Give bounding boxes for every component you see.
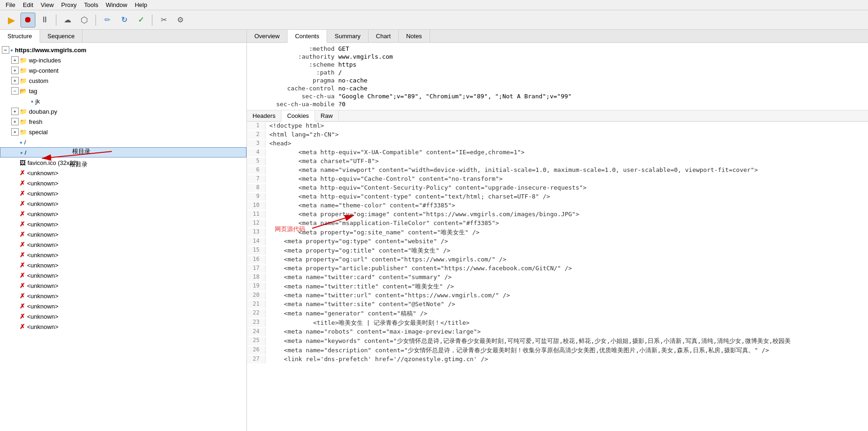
tree-node-unknown-16[interactable]: ✗ <unknown>: [0, 322, 246, 332]
tree-node-wp-content[interactable]: + 📁 wp-content: [0, 65, 246, 75]
error-icon-3: ✗: [20, 190, 25, 197]
menu-proxy[interactable]: Proxy: [57, 0, 80, 9]
tree-node-jk[interactable]: ● jk: [0, 96, 246, 106]
line-number-18: 18: [247, 274, 266, 281]
tree-node-unknown-15[interactable]: ✗ <unknown>: [0, 311, 246, 322]
error-icon-16: ✗: [20, 323, 25, 330]
tab-chart[interactable]: Chart: [369, 30, 399, 42]
tree-label-fresh: fresh: [29, 118, 42, 125]
line-number-26: 26: [247, 346, 266, 355]
line-number-11: 11: [247, 211, 266, 219]
tree-node-unknown-4[interactable]: ✗ <unknown>: [0, 198, 246, 209]
tree-area[interactable]: − ● https://www.vmgirls.com + 📁 wp-inclu…: [0, 43, 246, 431]
tree-label-unknown-1: <unknown>: [27, 170, 58, 177]
header-row-pragma: pragma no-cache: [247, 76, 868, 84]
tree-node-unknown-10[interactable]: ✗ <unknown>: [0, 260, 246, 270]
expand-root[interactable]: −: [2, 46, 9, 54]
tree-label-special: special: [29, 129, 48, 136]
tree-node-douban[interactable]: + 📁 douban.py: [0, 106, 246, 116]
tree-node-unknown-12[interactable]: ✗ <unknown>: [0, 280, 246, 291]
tree-label-wp-includes: wp-includes: [29, 57, 61, 64]
tree-node-unknown-1[interactable]: ✗ <unknown>: [0, 168, 246, 178]
tree-label-slash1: /: [24, 139, 26, 146]
tree-node-slash1[interactable]: ● /: [0, 137, 246, 147]
menu-help[interactable]: Help: [131, 0, 151, 9]
tab-notes[interactable]: Notes: [399, 30, 430, 42]
header-key-cache-control: cache-control: [254, 85, 338, 92]
cloud-button[interactable]: ☁: [60, 13, 75, 27]
menu-view[interactable]: View: [37, 0, 57, 9]
line-content-5: <meta charset="UTF-8">: [266, 157, 379, 165]
refresh-button[interactable]: ↻: [116, 13, 131, 27]
error-icon-10: ✗: [20, 261, 25, 269]
record-button[interactable]: ⏺: [21, 13, 35, 27]
menu-edit[interactable]: Edit: [19, 0, 37, 9]
tree-node-unknown-5[interactable]: ✗ <unknown>: [0, 209, 246, 219]
sub-tab-cookies[interactable]: Cookies: [281, 110, 315, 122]
expand-custom[interactable]: +: [11, 77, 19, 84]
tree-node-unknown-3[interactable]: ✗ <unknown>: [0, 188, 246, 198]
menu-window[interactable]: Window: [102, 0, 131, 9]
tree-node-special[interactable]: + 📁 special: [0, 127, 246, 137]
tree-node-fresh[interactable]: + 📁 fresh: [0, 116, 246, 127]
settings-button[interactable]: ⚙: [173, 13, 188, 27]
header-key-scheme: :scheme: [254, 61, 338, 68]
tree-node-unknown-14[interactable]: ✗ <unknown>: [0, 301, 246, 311]
start-button[interactable]: ▶: [4, 13, 19, 27]
expand-douban[interactable]: +: [11, 108, 19, 115]
folder-icon-douban: 📁: [20, 108, 27, 115]
tab-overview[interactable]: Overview: [247, 30, 287, 42]
sub-tab-headers[interactable]: Headers: [247, 110, 281, 121]
line-content-27: <link rel='dns-prefetch' href='//qzonest…: [266, 356, 488, 363]
tree-node-unknown-2[interactable]: ✗ <unknown>: [0, 178, 246, 188]
expand-fresh[interactable]: +: [11, 118, 19, 125]
tab-summary[interactable]: Summary: [327, 30, 369, 42]
code-area[interactable]: 1<!doctype html>2<html lang="zh-CN">3<he…: [247, 122, 868, 431]
code-line-7: 7 <meta http-equiv="Cache-Control" conte…: [247, 175, 868, 184]
expand-special[interactable]: +: [11, 128, 19, 136]
line-number-13: 13: [247, 228, 266, 237]
tree-node-unknown-6[interactable]: ✗ <unknown>: [0, 219, 246, 229]
header-row-cache-control: cache-control no-cache: [247, 84, 868, 92]
tree-node-unknown-9[interactable]: ✗ <unknown>: [0, 250, 246, 260]
tab-sequence[interactable]: Sequence: [40, 30, 83, 42]
check-button[interactable]: ✓: [133, 13, 148, 27]
code-line-10: 10 <meta name="theme-color" content="#ff…: [247, 201, 868, 210]
tree-node-custom[interactable]: + 📁 custom: [0, 75, 246, 86]
folder-icon-wp-content: 📁: [20, 67, 27, 74]
tab-structure[interactable]: Structure: [0, 30, 40, 43]
header-value-sec-ch-ua-mobile: ?0: [338, 101, 346, 108]
tree-node-slash-selected[interactable]: ● /: [0, 147, 246, 157]
menu-tools[interactable]: Tools: [81, 0, 102, 9]
intercept-button[interactable]: ✂: [156, 13, 171, 27]
tab-contents[interactable]: Contents: [287, 30, 327, 43]
scope-button[interactable]: ⬡: [77, 13, 92, 27]
stop-button[interactable]: ⏸: [37, 13, 52, 27]
header-value-method: GET: [338, 45, 349, 52]
error-icon-15: ✗: [20, 313, 25, 320]
error-icon-13: ✗: [20, 292, 25, 300]
request-headers: :method GET :authority www.vmgirls.com :…: [247, 43, 868, 110]
tree-node-favicon[interactable]: 🖼 favicon.ico (32x32): [0, 157, 246, 168]
panel-tabs: Structure Sequence: [0, 30, 246, 43]
edit-button[interactable]: ✏: [100, 13, 115, 27]
tree-node-wp-includes[interactable]: + 📁 wp-includes: [0, 55, 246, 65]
tree-node-unknown-11[interactable]: ✗ <unknown>: [0, 270, 246, 280]
expand-tag[interactable]: −: [11, 87, 19, 95]
expand-wp-includes[interactable]: +: [11, 56, 19, 64]
sub-tab-raw[interactable]: Raw: [315, 110, 339, 121]
tree-node-unknown-13[interactable]: ✗ <unknown>: [0, 291, 246, 301]
menu-file[interactable]: File: [2, 0, 19, 9]
tree-node-tag[interactable]: − 📂 tag: [0, 86, 246, 96]
tree-label-unknown-6: <unknown>: [27, 221, 58, 228]
expand-wp-content[interactable]: +: [11, 67, 19, 74]
tree-label-unknown-16: <unknown>: [27, 323, 58, 330]
tree-node-unknown-8[interactable]: ✗ <unknown>: [0, 239, 246, 250]
line-content-10: <meta name="theme-color" content="#ff338…: [266, 202, 455, 210]
error-icon-2: ✗: [20, 179, 25, 187]
tree-node-unknown-7[interactable]: ✗ <unknown>: [0, 229, 246, 239]
tree-node-root[interactable]: − ● https://www.vmgirls.com: [0, 45, 246, 55]
code-line-19: 19 <meta name="twitter:title" content="唯…: [247, 282, 868, 291]
tree-label-unknown-7: <unknown>: [27, 231, 58, 238]
tree-label-unknown-14: <unknown>: [27, 303, 58, 310]
